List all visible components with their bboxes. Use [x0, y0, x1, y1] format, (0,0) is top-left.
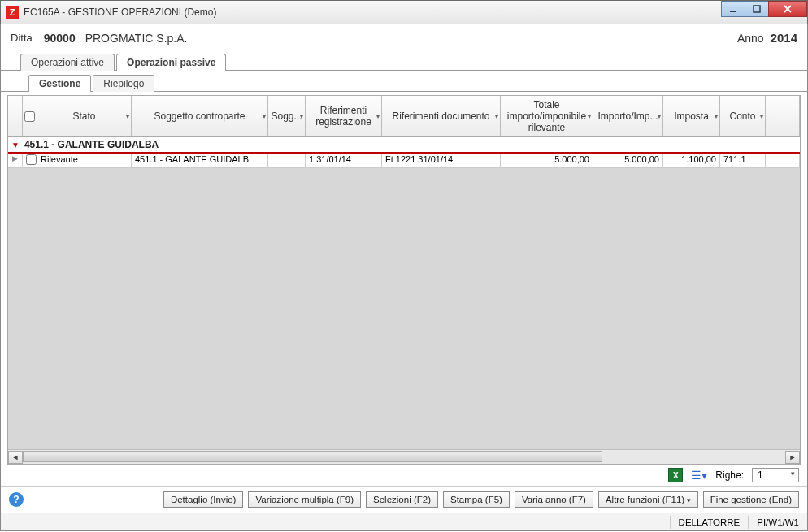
cell-rif-reg: 1 31/01/14 [306, 154, 382, 167]
anno-label: Anno [737, 32, 764, 45]
scroll-track[interactable] [23, 451, 785, 464]
tabs-sub: Gestione Riepilogo [1, 74, 807, 92]
header-row: Ditta 90000 PROGMATIC S.p.A. Anno 2014 [1, 24, 807, 53]
ditta-code: 90000 [44, 32, 76, 45]
tab-operazioni-passive[interactable]: Operazioni passive [116, 54, 226, 71]
selezioni-button[interactable]: Selezioni (F2) [366, 491, 438, 508]
cell-stato: Rilevante [37, 154, 132, 167]
varia-anno-button[interactable]: Varia anno (F7) [515, 491, 593, 508]
tabs-main: Operazioni attive Operazioni passive [1, 53, 807, 71]
ditta-label: Ditta [11, 32, 33, 44]
client-area: Ditta 90000 PROGMATIC S.p.A. Anno 2014 O… [0, 24, 808, 531]
col-soggetto[interactable]: Soggetto controparte▾ [132, 96, 268, 136]
app-icon: Z [6, 6, 19, 19]
cell-overflow [766, 154, 800, 167]
chevron-down-icon[interactable]: ▾ [495, 113, 498, 120]
cell-conto: 711.1 [720, 154, 766, 167]
col-rif-reg[interactable]: Riferimenti registrazione▾ [306, 96, 382, 136]
righe-label: Righe: [715, 469, 744, 481]
cell-sogg2 [268, 154, 306, 167]
chevron-down-icon[interactable]: ▾ [376, 113, 380, 120]
status-user: DELLATORRE [670, 516, 749, 529]
col-select-all[interactable] [23, 96, 37, 136]
tab-gestione[interactable]: Gestione [28, 75, 91, 92]
altre-funzioni-button[interactable]: Altre funzioni (F11) [598, 491, 698, 508]
variazione-button[interactable]: Variazione multipla (F9) [248, 491, 361, 508]
scroll-left-button[interactable]: ◄ [8, 451, 23, 464]
button-bar: ? Dettaglio (Invio) Variazione multipla … [1, 486, 807, 513]
col-totale[interactable]: Totale importo/imponibile rilevante▾ [501, 96, 593, 136]
company-name: PROGMATIC S.p.A. [85, 32, 188, 45]
col-rif-doc[interactable]: Riferimenti documento▾ [382, 96, 501, 136]
horizontal-scrollbar[interactable]: ◄ ► [8, 449, 800, 464]
col-sogg2[interactable]: Sogg...▾ [268, 96, 306, 136]
cell-rif-doc: Ft 1221 31/01/14 [382, 154, 501, 167]
status-bar: DELLATORRE PI/W1/W1 [1, 513, 807, 530]
filter-icon[interactable]: ☰▾ [691, 469, 707, 482]
tab-operazioni-attive[interactable]: Operazioni attive [20, 54, 115, 71]
righe-dropdown[interactable]: 1 [752, 468, 799, 482]
scroll-thumb[interactable] [23, 451, 602, 462]
anno-value: 2014 [771, 31, 797, 45]
col-conto[interactable]: Conto▾ [720, 96, 766, 136]
chevron-down-icon[interactable]: ▾ [760, 113, 763, 120]
col-overflow [766, 96, 800, 136]
chevron-down-icon[interactable]: ▾ [126, 113, 129, 120]
svg-rect-1 [754, 6, 760, 12]
col-imposta[interactable]: Imposta▾ [663, 96, 720, 136]
scroll-right-button[interactable]: ► [785, 451, 800, 464]
status-path: PI/W1/W1 [748, 516, 807, 529]
chevron-down-icon[interactable]: ▾ [658, 113, 661, 120]
stampa-button[interactable]: Stampa (F5) [443, 491, 510, 508]
group-row[interactable]: ▼ 451.1 - GALANTE GUIDALBA [8, 137, 800, 154]
collapse-icon[interactable]: ▼ [11, 141, 20, 149]
minimize-button[interactable] [721, 1, 745, 17]
chevron-down-icon[interactable]: ▾ [588, 113, 591, 120]
close-button[interactable] [768, 1, 807, 17]
excel-export-icon[interactable]: X [668, 468, 683, 482]
cell-importo: 5.000,00 [593, 154, 663, 167]
select-all-checkbox[interactable] [24, 111, 35, 122]
cell-totale: 5.000,00 [501, 154, 593, 167]
below-grid-bar: X ☰▾ Righe: 1 [1, 465, 807, 486]
cell-soggetto: 451.1 - GALANTE GUIDALB [132, 154, 268, 167]
chevron-down-icon[interactable]: ▾ [300, 113, 303, 120]
titlebar: Z EC165A - GESTIONE OPERAZIONI (Demo) [0, 0, 808, 24]
cell-imposta: 1.100,00 [663, 154, 720, 167]
col-stato[interactable]: Stato▾ [37, 96, 132, 136]
table-row[interactable]: ▶ Rilevante 451.1 - GALANTE GUIDALB 1 31… [8, 154, 800, 168]
fine-gestione-button[interactable]: Fine gestione (End) [703, 491, 799, 508]
grid: Stato▾ Soggetto controparte▾ Sogg...▾ Ri… [7, 95, 801, 465]
grid-header: Stato▾ Soggetto controparte▾ Sogg...▾ Ri… [8, 96, 800, 137]
window-buttons [722, 1, 807, 24]
row-indicator-icon: ▶ [8, 154, 23, 167]
maximize-button[interactable] [745, 1, 769, 17]
group-title: 451.1 - GALANTE GUIDALBA [24, 139, 159, 150]
dettaglio-button[interactable]: Dettaglio (Invio) [163, 491, 244, 508]
col-importo[interactable]: Importo/Imp...▾ [593, 96, 663, 136]
chevron-down-icon[interactable]: ▾ [715, 113, 718, 120]
col-rowmarker [8, 96, 23, 136]
chevron-down-icon[interactable]: ▾ [263, 113, 266, 120]
grid-body: ▼ 451.1 - GALANTE GUIDALBA ▶ Rilevante 4… [8, 137, 800, 449]
help-icon[interactable]: ? [9, 492, 24, 507]
tab-riepilogo[interactable]: Riepilogo [93, 75, 154, 92]
window-title: EC165A - GESTIONE OPERAZIONI (Demo) [24, 6, 722, 18]
row-checkbox[interactable] [23, 154, 37, 167]
